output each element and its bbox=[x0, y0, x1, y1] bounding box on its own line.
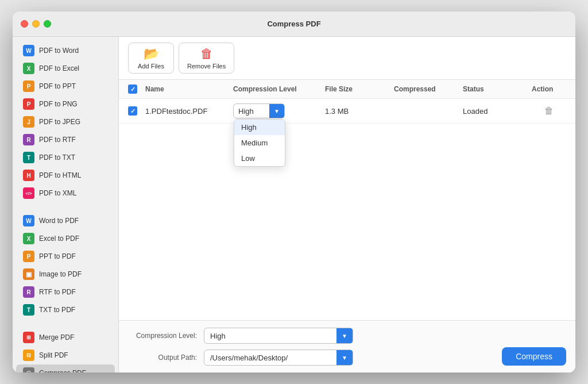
sidebar-label-rtf-to-pdf: RTF to PDF bbox=[39, 288, 76, 296]
sidebar-item-ppt-to-pdf[interactable]: P PPT to PDF bbox=[16, 248, 115, 265]
sidebar-item-word-to-pdf[interactable]: W Word to PDF bbox=[16, 212, 115, 229]
sidebar-item-pdf-to-txt[interactable]: T PDF to TXT bbox=[16, 149, 115, 166]
sidebar-item-image-to-pdf[interactable]: ▣ Image to PDF bbox=[16, 266, 115, 283]
sidebar-label-pdf-to-jpeg: PDF to JPEG bbox=[39, 118, 80, 126]
sidebar-tools-section: ⊞ Merge PDF ⊟ Split PDF ⬡ Compress PDF bbox=[13, 328, 118, 373]
dropdown-option-medium[interactable]: Medium bbox=[234, 135, 285, 151]
sidebar-label-compress-pdf: Compress PDF bbox=[39, 369, 86, 373]
pdf-to-excel-icon: X bbox=[23, 63, 34, 74]
delete-row-button[interactable]: 🗑 bbox=[542, 104, 556, 118]
sidebar-label-pdf-to-png: PDF to PNG bbox=[39, 100, 78, 108]
rtf-to-pdf-icon: R bbox=[23, 286, 34, 298]
txt-to-pdf-icon: T bbox=[23, 304, 34, 316]
compress-button[interactable]: Compress bbox=[502, 347, 566, 366]
sidebar-label-merge-pdf: Merge PDF bbox=[39, 333, 74, 341]
content-area: W PDF to Word X PDF to Excel P PDF to PP… bbox=[13, 37, 575, 373]
sidebar-label-split-pdf: Split PDF bbox=[39, 351, 68, 359]
sidebar-label-image-to-pdf: Image to PDF bbox=[39, 270, 82, 278]
compress-pdf-icon: ⬡ bbox=[23, 367, 34, 373]
header-checkbox[interactable] bbox=[128, 85, 145, 94]
sidebar-item-compress-pdf[interactable]: ⬡ Compress PDF bbox=[16, 364, 115, 373]
ppt-to-pdf-icon: P bbox=[23, 251, 34, 262]
dropdown-option-low[interactable]: Low bbox=[234, 151, 285, 166]
column-header-status: Status bbox=[463, 85, 532, 93]
pdf-to-png-icon: P bbox=[23, 98, 34, 110]
remove-files-icon: 🗑 bbox=[200, 47, 213, 62]
sidebar-item-pdf-to-png[interactable]: P PDF to PNG bbox=[16, 95, 115, 113]
sidebar-item-rtf-to-pdf[interactable]: R RTF to PDF bbox=[16, 283, 115, 301]
column-header-filesize: File Size bbox=[325, 85, 394, 93]
sidebar-item-pdf-to-rtf[interactable]: R PDF to RTF bbox=[16, 131, 115, 148]
sidebar-label-pdf-to-ppt: PDF to PPT bbox=[39, 82, 76, 90]
pdf-to-xml-icon: </> bbox=[23, 187, 34, 199]
pdf-to-txt-icon: T bbox=[23, 152, 34, 163]
image-to-pdf-icon: ▣ bbox=[23, 268, 34, 280]
remove-files-button[interactable]: 🗑 Remove Files bbox=[179, 43, 234, 74]
pdf-to-word-icon: W bbox=[23, 45, 34, 56]
merge-pdf-icon: ⊞ bbox=[23, 332, 34, 343]
dropdown-option-high[interactable]: High bbox=[234, 120, 285, 135]
pdf-to-jpeg-icon: J bbox=[23, 116, 34, 128]
sidebar-item-txt-to-pdf[interactable]: T TXT to PDF bbox=[16, 301, 115, 318]
close-button[interactable] bbox=[21, 20, 28, 28]
sidebar-item-pdf-to-html[interactable]: H PDF to HTML bbox=[16, 167, 115, 184]
column-header-compression: Compression Level bbox=[233, 85, 325, 93]
maximize-button[interactable] bbox=[44, 20, 51, 28]
footer-output-path-select[interactable]: /Users/mehak/Desktop/ ▼ bbox=[204, 350, 353, 366]
column-header-name: Name bbox=[145, 85, 233, 93]
main-content: 📂 Add Files 🗑 Remove Files Name Compress… bbox=[119, 37, 575, 373]
sidebar-pdf-section: W PDF to Word X PDF to Excel P PDF to PP… bbox=[13, 41, 118, 202]
sidebar-label-pdf-to-xml: PDF to XML bbox=[39, 189, 76, 197]
sidebar-item-merge-pdf[interactable]: ⊞ Merge PDF bbox=[16, 329, 115, 346]
titlebar: Compress PDF bbox=[13, 11, 575, 37]
toolbar: 📂 Add Files 🗑 Remove Files bbox=[119, 37, 575, 80]
footer-output-arrow-icon: ▼ bbox=[336, 350, 353, 365]
remove-files-label: Remove Files bbox=[187, 63, 226, 70]
sidebar-item-split-pdf[interactable]: ⊟ Split PDF bbox=[16, 347, 115, 364]
row-status: Loaded bbox=[463, 107, 532, 116]
compression-level-row: Compression Level: High ▼ bbox=[128, 328, 490, 344]
footer-fields: Compression Level: High ▼ Output Path: /… bbox=[128, 328, 490, 366]
compression-arrow-icon: ▼ bbox=[269, 104, 284, 118]
window-title: Compress PDF bbox=[267, 20, 320, 28]
footer-compression-select[interactable]: High ▼ bbox=[204, 328, 353, 344]
pdf-to-rtf-icon: R bbox=[23, 134, 34, 145]
sidebar-item-pdf-to-xml[interactable]: </> PDF to XML bbox=[16, 185, 115, 202]
row-checkbox-input[interactable] bbox=[128, 106, 137, 116]
footer-compression-value: High bbox=[204, 332, 336, 340]
footer: Compression Level: High ▼ Output Path: /… bbox=[119, 320, 575, 373]
column-header-compressed: Compressed bbox=[394, 85, 463, 93]
sidebar-label-ppt-to-pdf: PPT to PDF bbox=[39, 252, 76, 260]
sidebar-label-pdf-to-excel: PDF to Excel bbox=[39, 64, 79, 72]
minimize-button[interactable] bbox=[32, 20, 40, 28]
sidebar-item-pdf-to-jpeg[interactable]: J PDF to JPEG bbox=[16, 113, 115, 130]
pdf-to-html-icon: H bbox=[23, 170, 34, 181]
output-path-label: Output Path: bbox=[128, 354, 197, 362]
sidebar-item-pdf-to-excel[interactable]: X PDF to Excel bbox=[16, 60, 115, 77]
compression-dropdown-menu: High Medium Low bbox=[234, 119, 285, 167]
split-pdf-icon: ⊟ bbox=[23, 350, 34, 361]
row-compression-dropdown[interactable]: High ▼ High Medium Low bbox=[233, 103, 325, 118]
compression-level-footer-label: Compression Level: bbox=[128, 332, 197, 340]
sidebar-item-excel-to-pdf[interactable]: X Excel to PDF bbox=[16, 230, 115, 247]
compression-value: High bbox=[234, 107, 269, 116]
compression-select[interactable]: High ▼ High Medium Low bbox=[233, 103, 285, 118]
add-files-button[interactable]: 📂 Add Files bbox=[128, 43, 174, 74]
excel-to-pdf-icon: X bbox=[23, 233, 34, 244]
row-filename: 1.PDFtestdoc.PDF bbox=[145, 107, 233, 116]
sidebar-item-pdf-to-word[interactable]: W PDF to Word bbox=[16, 42, 115, 59]
row-action: 🗑 bbox=[532, 104, 566, 118]
sidebar-label-pdf-to-rtf: PDF to RTF bbox=[39, 136, 76, 144]
sidebar-label-pdf-to-word: PDF to Word bbox=[39, 47, 79, 55]
file-table: Name Compression Level File Size Compres… bbox=[119, 80, 575, 320]
pdf-to-ppt-icon: P bbox=[23, 80, 34, 92]
sidebar-label-pdf-to-txt: PDF to TXT bbox=[39, 153, 75, 162]
row-filesize: 1.3 MB bbox=[325, 107, 394, 116]
table-header: Name Compression Level File Size Compres… bbox=[119, 80, 575, 99]
output-path-row: Output Path: /Users/mehak/Desktop/ ▼ bbox=[128, 350, 490, 366]
row-checkbox[interactable] bbox=[128, 106, 145, 116]
add-files-label: Add Files bbox=[138, 63, 164, 70]
sidebar: W PDF to Word X PDF to Excel P PDF to PP… bbox=[13, 37, 119, 373]
select-all-checkbox[interactable] bbox=[128, 85, 137, 94]
sidebar-item-pdf-to-ppt[interactable]: P PDF to PPT bbox=[16, 78, 115, 95]
